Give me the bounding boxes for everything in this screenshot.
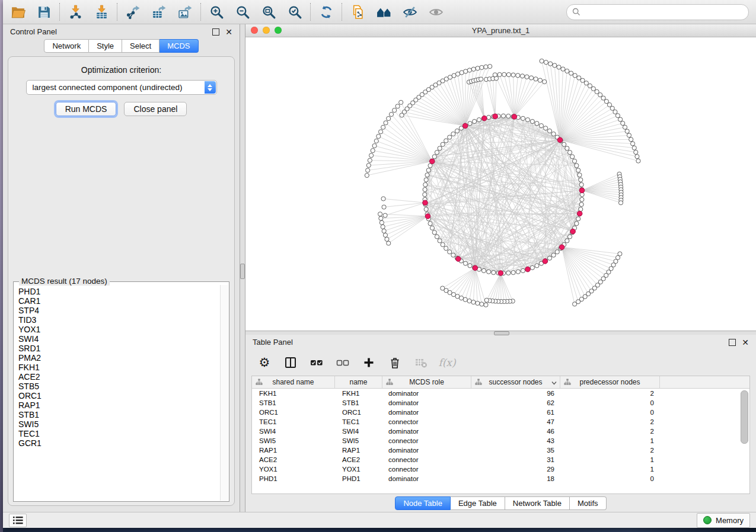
- table-cell[interactable]: dominator: [382, 390, 471, 397]
- network-canvas[interactable]: [245, 37, 756, 331]
- table-row[interactable]: TEC1TEC1connector472: [252, 417, 749, 427]
- table-cell[interactable]: 2: [560, 418, 660, 425]
- tab-network-table[interactable]: Network Table: [505, 496, 570, 510]
- deselect-all-icon[interactable]: [336, 355, 350, 370]
- table-row[interactable]: RAP1RAP1dominator352: [252, 446, 749, 455]
- table-cell[interactable]: dominator: [382, 475, 471, 482]
- mcds-result-item[interactable]: STP4: [14, 306, 220, 315]
- delete-entry-icon[interactable]: [388, 355, 402, 370]
- table-row[interactable]: FKH1FKH1dominator962: [252, 389, 749, 398]
- table-cell[interactable]: YOX1: [335, 466, 382, 473]
- export-image-icon[interactable]: [177, 4, 193, 20]
- table-cell[interactable]: STB1: [335, 399, 382, 406]
- table-cell[interactable]: SWI4: [252, 428, 335, 435]
- zoom-fit-icon[interactable]: [261, 4, 276, 20]
- result-list-scrollbar[interactable]: [220, 285, 228, 501]
- tab-node-table[interactable]: Node Table: [395, 496, 451, 510]
- splitter-handle[interactable]: [240, 264, 245, 279]
- save-icon[interactable]: [36, 4, 52, 20]
- table-row[interactable]: ORC1ORC1dominator610: [252, 408, 749, 417]
- table-cell[interactable]: ORC1: [252, 409, 335, 416]
- mcds-result-item[interactable]: ACE2: [14, 372, 220, 382]
- maximize-window-icon[interactable]: [275, 27, 282, 34]
- table-cell[interactable]: PHD1: [252, 475, 335, 482]
- tab-select[interactable]: Select: [122, 39, 160, 53]
- table-cell[interactable]: PHD1: [335, 475, 382, 482]
- horizontal-splitter[interactable]: [245, 331, 756, 335]
- mcds-result-item[interactable]: PMA2: [14, 353, 220, 363]
- table-row[interactable]: SWI4SWI4dominator462: [252, 427, 749, 436]
- table-row[interactable]: ACE2ACE2connector311: [252, 455, 749, 464]
- zoom-selected-icon[interactable]: [287, 4, 302, 20]
- table-cell[interactable]: SWI5: [335, 437, 382, 444]
- table-cell[interactable]: STB1: [252, 399, 335, 406]
- column-header-mcds-role[interactable]: MCDS role: [382, 376, 471, 388]
- table-cell[interactable]: YOX1: [252, 466, 335, 473]
- table-cell[interactable]: 96: [471, 390, 560, 397]
- table-cell[interactable]: 1: [560, 437, 660, 444]
- zoom-out-icon[interactable]: [235, 4, 250, 20]
- table-cell[interactable]: 1: [560, 466, 660, 473]
- mcds-result-item[interactable]: STB1: [14, 410, 220, 419]
- export-table-icon[interactable]: [151, 4, 167, 20]
- splitter-handle[interactable]: [494, 331, 509, 335]
- mcds-result-item[interactable]: GCR1: [14, 438, 220, 448]
- vertical-splitter[interactable]: [240, 24, 245, 512]
- network-graph[interactable]: [245, 37, 756, 331]
- search-box[interactable]: [566, 4, 749, 20]
- tab-edge-table[interactable]: Edge Table: [451, 496, 505, 510]
- table-scrollbar-thumb[interactable]: [741, 390, 748, 444]
- import-table-icon[interactable]: [94, 4, 109, 20]
- select-all-icon[interactable]: [310, 355, 324, 370]
- float-panel-icon[interactable]: [212, 28, 219, 36]
- show-columns-icon[interactable]: [283, 355, 298, 370]
- tab-network[interactable]: Network: [44, 39, 89, 53]
- table-cell[interactable]: dominator: [382, 447, 471, 454]
- table-cell[interactable]: connector: [382, 418, 471, 425]
- tab-mcds[interactable]: MCDS: [160, 39, 198, 53]
- memory-button[interactable]: Memory: [697, 513, 750, 528]
- column-header-predecessor-nodes[interactable]: predecessor nodes: [560, 376, 660, 388]
- close-panel-button[interactable]: Close panel: [124, 102, 187, 116]
- table-cell[interactable]: 2: [560, 390, 660, 397]
- mcds-result-item[interactable]: PHD1: [14, 287, 220, 296]
- mcds-result-item[interactable]: TEC1: [14, 429, 220, 438]
- import-network-icon[interactable]: [68, 4, 83, 20]
- table-cell[interactable]: 35: [471, 447, 560, 454]
- table-cell[interactable]: TEC1: [252, 418, 335, 425]
- table-cell[interactable]: RAP1: [335, 447, 382, 454]
- table-cell[interactable]: connector: [382, 437, 471, 444]
- table-cell[interactable]: 43: [471, 437, 560, 444]
- mcds-result-item[interactable]: CAR1: [14, 296, 220, 306]
- table-cell[interactable]: 47: [471, 418, 560, 425]
- table-cell[interactable]: 2: [560, 447, 660, 454]
- table-cell[interactable]: 61: [471, 409, 560, 416]
- table-cell[interactable]: dominator: [382, 428, 471, 435]
- hide-selected-icon[interactable]: [402, 4, 417, 20]
- export-network-icon[interactable]: [125, 4, 141, 20]
- column-header-shared-name[interactable]: shared name: [252, 376, 335, 388]
- table-cell[interactable]: ACE2: [252, 456, 335, 463]
- table-cell[interactable]: SWI4: [335, 428, 382, 435]
- zoom-in-icon[interactable]: [209, 4, 224, 20]
- mcds-result-item[interactable]: YOX1: [14, 325, 220, 334]
- add-entry-icon[interactable]: [362, 355, 376, 370]
- mcds-result-item[interactable]: STB5: [14, 382, 220, 391]
- refresh-icon[interactable]: [318, 4, 334, 20]
- table-cell[interactable]: FKH1: [335, 390, 382, 397]
- search-input[interactable]: [584, 7, 743, 17]
- minimize-window-icon[interactable]: [263, 27, 270, 34]
- table-cell[interactable]: 0: [560, 399, 660, 406]
- table-cell[interactable]: RAP1: [252, 447, 335, 454]
- run-mcds-button[interactable]: Run MCDS: [56, 102, 117, 116]
- mcds-result-item[interactable]: SRD1: [14, 344, 220, 353]
- task-history-button[interactable]: [9, 514, 27, 527]
- table-cell[interactable]: TEC1: [335, 418, 382, 425]
- table-cell[interactable]: connector: [382, 466, 471, 473]
- table-cell[interactable]: ORC1: [335, 409, 382, 416]
- float-panel-icon[interactable]: [729, 339, 736, 346]
- column-header-successor-nodes[interactable]: successor nodes: [471, 376, 560, 388]
- table-row[interactable]: PHD1PHD1dominator180: [252, 474, 749, 483]
- table-cell[interactable]: 29: [471, 466, 560, 473]
- mcds-result-item[interactable]: ORC1: [14, 391, 220, 400]
